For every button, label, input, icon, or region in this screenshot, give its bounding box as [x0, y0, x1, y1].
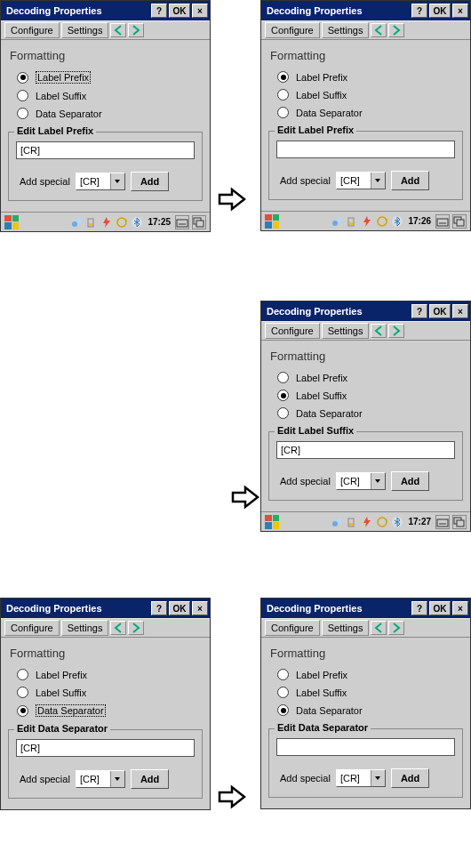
- add-button[interactable]: Add: [131, 769, 169, 789]
- nav-forward-button[interactable]: [388, 621, 404, 635]
- radio-label suffix[interactable]: Label Suffix: [277, 390, 463, 401]
- radio-label: Data Separator: [36, 108, 102, 119]
- radio-label suffix[interactable]: Label Suffix: [277, 687, 463, 698]
- close-button[interactable]: ×: [192, 601, 208, 615]
- windows-icon[interactable]: [192, 215, 206, 229]
- fieldset-legend: Edit Label Suffix: [275, 425, 356, 436]
- radio-label suffix[interactable]: Label Suffix: [17, 687, 203, 698]
- radio-label prefix[interactable]: Label Prefix: [17, 669, 203, 680]
- titlebar: Decoding Properties ? OK ×: [261, 1, 470, 20]
- ok-button[interactable]: OK: [429, 304, 451, 318]
- nav-forward-button[interactable]: [128, 23, 144, 37]
- ok-button[interactable]: OK: [429, 601, 451, 615]
- start-button[interactable]: [4, 215, 19, 229]
- close-button[interactable]: ×: [452, 304, 468, 318]
- help-button[interactable]: ?: [411, 4, 427, 18]
- window-title: Decoding Properties: [267, 5, 411, 16]
- svg-point-33: [332, 521, 338, 526]
- special-select[interactable]: [CR]: [76, 173, 125, 190]
- nav-forward-button[interactable]: [128, 621, 144, 635]
- close-button[interactable]: ×: [452, 601, 468, 615]
- help-button[interactable]: ?: [411, 601, 427, 615]
- radio-icon: [277, 89, 289, 100]
- menu-settings[interactable]: Settings: [61, 22, 109, 38]
- special-select[interactable]: [CR]: [336, 769, 386, 787]
- keyboard-icon[interactable]: [175, 215, 189, 229]
- nav-back-button[interactable]: [371, 23, 387, 37]
- add-button[interactable]: Add: [391, 171, 429, 190]
- value-input[interactable]: [16, 739, 195, 757]
- special-select[interactable]: [CR]: [336, 472, 386, 490]
- radio-data separator[interactable]: Data Separator: [277, 107, 463, 118]
- menu-settings[interactable]: Settings: [322, 323, 370, 339]
- nav-back-button[interactable]: [110, 621, 126, 635]
- add-special-label: Add special: [280, 476, 331, 486]
- radio-data separator[interactable]: Data Separator: [277, 704, 463, 716]
- svg-rect-15: [196, 221, 204, 227]
- window-title: Decoding Properties: [267, 603, 411, 614]
- menu-settings[interactable]: Settings: [322, 620, 370, 636]
- menu-settings[interactable]: Settings: [322, 22, 370, 38]
- radio-label: Data Separator: [36, 704, 106, 717]
- ok-button[interactable]: OK: [169, 4, 190, 18]
- value-input[interactable]: [276, 141, 455, 158]
- nav-back-button[interactable]: [371, 621, 387, 635]
- menu-configure[interactable]: Configure: [265, 620, 320, 636]
- titlebar: Decoding Properties ? OK ×: [1, 599, 210, 618]
- nav-back-button[interactable]: [110, 23, 126, 37]
- menu-settings[interactable]: Settings: [61, 620, 109, 636]
- nav-forward-button[interactable]: [388, 324, 404, 338]
- radio-data separator[interactable]: Data Separator: [277, 407, 463, 419]
- svg-rect-9: [177, 220, 188, 227]
- fieldset-legend: Edit Label Prefix: [14, 125, 96, 136]
- radio-label prefix[interactable]: Label Prefix: [17, 71, 203, 84]
- value-input[interactable]: [276, 738, 455, 756]
- flow-arrow-icon: [231, 485, 259, 510]
- help-button[interactable]: ?: [411, 304, 427, 318]
- radio-label suffix[interactable]: Label Suffix: [17, 90, 203, 101]
- menu-configure[interactable]: Configure: [265, 323, 320, 339]
- close-button[interactable]: ×: [192, 4, 208, 18]
- radio-label prefix[interactable]: Label Prefix: [277, 372, 463, 383]
- menu-configure[interactable]: Configure: [4, 620, 60, 636]
- help-button[interactable]: ?: [151, 601, 167, 615]
- radio-label prefix[interactable]: Label Prefix: [277, 669, 463, 680]
- radio-data separator[interactable]: Data Separator: [17, 108, 203, 119]
- svg-marker-52: [220, 787, 244, 807]
- radio-icon: [277, 71, 289, 83]
- fieldset-legend: Edit Label Prefix: [275, 125, 356, 135]
- keyboard-icon[interactable]: [435, 515, 450, 529]
- special-select[interactable]: [CR]: [76, 770, 125, 788]
- windows-icon[interactable]: [452, 515, 467, 529]
- start-button[interactable]: [265, 515, 279, 529]
- system-tray: 17:27: [331, 515, 467, 529]
- fieldset-legend: Edit Data Separator: [275, 722, 371, 733]
- start-button[interactable]: [265, 214, 279, 229]
- help-button[interactable]: ?: [151, 4, 167, 18]
- value-input[interactable]: [16, 141, 195, 159]
- clock: 17:25: [148, 217, 171, 227]
- special-select[interactable]: [CR]: [336, 172, 386, 189]
- value-input[interactable]: [276, 441, 455, 459]
- radio-data separator[interactable]: Data Separator: [17, 704, 203, 717]
- bluetooth-icon: [131, 216, 143, 229]
- radio-label: Data Separator: [296, 108, 363, 118]
- radio-label suffix[interactable]: Label Suffix: [277, 89, 463, 100]
- add-button[interactable]: Add: [391, 471, 429, 491]
- network-icon: [331, 516, 343, 528]
- menu-configure[interactable]: Configure: [265, 22, 320, 38]
- menu-configure[interactable]: Configure: [4, 22, 60, 38]
- nav-forward-button[interactable]: [388, 23, 404, 37]
- keyboard-icon[interactable]: [435, 214, 450, 229]
- ok-button[interactable]: OK: [169, 601, 190, 615]
- add-button[interactable]: Add: [131, 172, 169, 191]
- windows-icon[interactable]: [452, 214, 467, 229]
- clock: 17:26: [408, 216, 431, 226]
- svg-rect-47: [457, 520, 464, 526]
- radio-label prefix[interactable]: Label Prefix: [277, 71, 463, 83]
- nav-back-button[interactable]: [371, 324, 387, 338]
- close-button[interactable]: ×: [452, 4, 468, 18]
- add-button[interactable]: Add: [391, 768, 429, 788]
- bolt-icon: [100, 216, 113, 229]
- ok-button[interactable]: OK: [429, 4, 451, 18]
